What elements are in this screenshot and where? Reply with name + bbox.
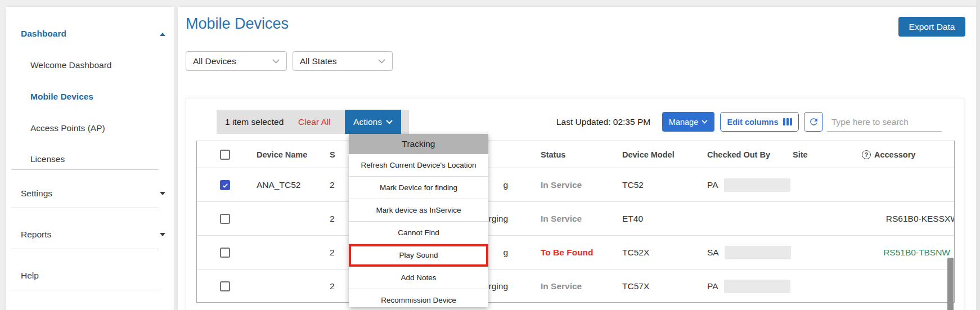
chevron-down-icon [272,59,280,64]
redacted-text-box [724,280,790,293]
menu-item-play-sound[interactable]: Play Sound [349,244,488,267]
redacted-text-box [724,178,790,192]
menu-item-refresh-location[interactable]: Refresh Current Device's Location [349,154,488,177]
device-model: TC57X [622,269,649,303]
actions-button-label: Actions [353,117,382,127]
row-checkbox[interactable] [220,281,230,291]
serial-fragment: 2 [330,269,335,303]
sidebar-item-mobile-devices[interactable]: Mobile Devices [30,92,93,102]
col-site[interactable]: Site [793,141,808,168]
page-title: Mobile Devices [186,15,289,33]
accessory-link[interactable]: RS51B0-TBSNW [883,236,950,269]
chevron-down-icon [378,59,385,64]
serial-fragment: 2 [330,168,335,202]
search-input[interactable] [831,117,944,127]
col-checked-out-by[interactable]: Checked Out By [707,141,770,168]
col-device-name[interactable]: Device Name [257,141,307,168]
state-filter[interactable]: All States [293,51,393,71]
sidebar-divider [11,169,159,170]
chevron-up-icon[interactable] [160,33,165,36]
export-data-button[interactable]: Export Data [898,17,965,37]
vertical-scrollbar-thumb[interactable] [947,258,954,310]
page-edge-strip [976,0,980,310]
serial-fragment: 2 [330,202,335,236]
col-status[interactable]: Status [541,141,565,168]
state-filter-value: All States [300,56,336,66]
help-icon[interactable]: ? [862,150,871,159]
row-checkbox-checked[interactable] [220,180,230,190]
selected-count-label: 1 item selected [225,110,284,134]
table-row[interactable]: ANA_TC52 2 g In Service TC52 PA [197,168,954,202]
sidebar-item-dashboard[interactable]: Dashboard [21,29,66,39]
row-checkbox[interactable] [220,248,230,258]
sidebar-divider [11,249,159,249]
refresh-icon [808,116,819,127]
menu-item-mark-inservice[interactable]: Mark device as InService [349,199,488,222]
sidebar-item-help[interactable]: Help [21,271,39,281]
manage-dropdown-button[interactable]: Manage [662,112,714,132]
app-frame: { "sidebar": { "items": { "dashboard": "… [0,0,980,310]
device-model: ET40 [622,202,643,236]
devices-table: Device Name S Status Device Model Checke… [196,141,955,303]
checked-out-by: SA [707,236,791,269]
table-row[interactable]: 2 rging In Service TC57X PA [197,269,954,303]
edit-columns-button[interactable]: Edit columns [720,112,799,132]
table-header-row: Device Name S Status Device Model Checke… [197,141,954,168]
actions-dropdown-button[interactable]: Actions [345,110,401,134]
col-serial-fragment: S [330,141,335,168]
checked-out-by: PA [707,269,790,303]
sidebar-divider [11,290,159,290]
redacted-text-box [725,246,791,259]
device-model: TC52 [622,168,644,202]
chevron-down-icon[interactable] [160,192,165,195]
row-checkbox[interactable] [220,214,230,224]
device-name[interactable]: ANA_TC52 [257,168,300,202]
search-field [827,113,942,132]
status-badge: In Service [541,269,582,303]
device-model: TC52X [622,236,649,269]
sidebar-item-licenses[interactable]: Licenses [30,154,65,164]
menu-item-recommission-device[interactable]: Recommission Device [349,289,488,307]
sidebar-item-reports[interactable]: Reports [21,230,51,240]
device-filter-value: All Devices [193,56,236,66]
status-badge: To Be Found [541,236,594,269]
chevron-down-icon [702,120,708,124]
col-accessory[interactable]: ? Accessory [862,141,915,168]
table-row[interactable]: 2 g To Be Found TC52X SA RS51B0-TBSNW [197,236,954,269]
menu-section-header: Tracking [349,134,488,154]
accessory-code: RS61B0-KESSXW [886,202,955,236]
clear-all-button[interactable]: Clear All [298,110,331,134]
last-updated-label: Last Updated: 02:35 PM [556,110,650,134]
status-badge: In Service [541,168,582,202]
serial-fragment: 2 [330,236,335,269]
status-badge: In Service [541,202,582,236]
device-type-filter[interactable]: All Devices [186,51,287,71]
check-icon [222,182,229,189]
menu-item-mark-for-finding[interactable]: Mark Device for finding [349,177,488,199]
sidebar-item-welcome-dashboard[interactable]: Welcome Dashboard [30,60,111,70]
checked-out-by: PA [707,168,790,202]
sidebar-item-settings[interactable]: Settings [21,188,52,199]
manage-button-label: Manage [669,118,698,127]
refresh-button[interactable] [804,112,823,132]
actions-dropdown-menu: Tracking Refresh Current Device's Locati… [349,134,488,307]
columns-icon [783,118,792,125]
menu-item-add-notes[interactable]: Add Notes [349,267,488,289]
col-device-model[interactable]: Device Model [622,141,675,168]
sidebar-divider [11,208,159,208]
select-all-checkbox[interactable] [220,150,230,160]
sidebar-item-access-points[interactable]: Access Points (AP) [30,123,105,133]
edit-columns-label: Edit columns [727,118,778,127]
col-accessory-label: Accessory [874,150,915,159]
table-row[interactable]: 2 rging In Service ET40 RS61B0-KESSXW [197,202,954,236]
sidebar: Dashboard Welcome Dashboard Mobile Devic… [6,7,174,310]
menu-item-cannot-find[interactable]: Cannot Find [349,222,488,244]
chevron-down-icon[interactable] [160,233,165,236]
chevron-down-icon [386,120,393,124]
